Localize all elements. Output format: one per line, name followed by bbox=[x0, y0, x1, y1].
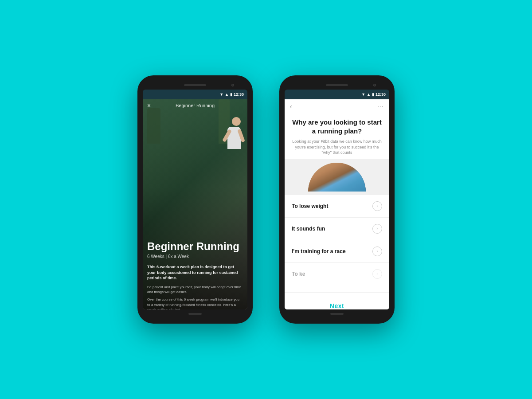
camera-1 bbox=[231, 84, 234, 86]
speaker-2 bbox=[326, 84, 348, 86]
running-detail-1: Be patient and pace yourself, your body … bbox=[147, 285, 243, 294]
status-bar-2: ▼ ▲ ▮ 12:30 bbox=[285, 90, 389, 99]
option-lose-weight-arrow: › bbox=[372, 201, 382, 211]
quiz-question: Why are you looking to start a running p… bbox=[292, 118, 382, 135]
tree-decoration-1 bbox=[147, 108, 160, 144]
home-bar-2 bbox=[330, 313, 344, 315]
close-button[interactable]: × bbox=[147, 102, 151, 109]
screen-1: ▼ ▲ ▮ 12:30 × Begi bbox=[143, 90, 247, 309]
option-sounds-fun-text: It sounds fun bbox=[292, 226, 325, 232]
running-description: This 6-workout a week plan is designed t… bbox=[147, 264, 243, 281]
quiz-image-container bbox=[285, 159, 389, 195]
running-main-title: Beginner Running bbox=[147, 241, 243, 252]
wifi-icon-1: ▼ bbox=[219, 92, 223, 97]
phone-bottom-1 bbox=[143, 309, 247, 318]
shoe-art bbox=[308, 163, 366, 192]
running-detail-2: Over the course of this 6 week program w… bbox=[147, 297, 243, 309]
battery-icon-1: ▮ bbox=[230, 92, 232, 97]
signal-icon-2: ▲ bbox=[367, 92, 371, 97]
screen-2: ▼ ▲ ▮ 12:30 ‹ ··· Why are you looking to… bbox=[285, 90, 389, 309]
option-lose-weight-text: To lose weight bbox=[292, 203, 328, 209]
running-header-title: Beginner Running bbox=[176, 103, 215, 108]
phone-1: ▼ ▲ ▮ 12:30 × Begi bbox=[137, 75, 253, 324]
next-button-container: Next bbox=[285, 292, 389, 309]
time-2: 12:30 bbox=[376, 92, 386, 97]
quiz-nav: ‹ ··· bbox=[285, 99, 389, 113]
running-screen: × Beginner Running Beginner Running 6 We… bbox=[143, 99, 247, 309]
phone-bottom-2 bbox=[285, 309, 389, 318]
runner-torso bbox=[227, 127, 241, 149]
option-training-race[interactable]: I'm training for a race › bbox=[285, 240, 389, 263]
status-icons-2: ▼ ▲ ▮ 12:30 bbox=[361, 92, 386, 97]
quiz-subtitle: Looking at your Fitbit data we can know … bbox=[292, 139, 382, 156]
option-partial[interactable]: To ke › bbox=[285, 263, 389, 285]
signal-icon-1: ▲ bbox=[225, 92, 229, 97]
back-button[interactable]: ‹ bbox=[290, 103, 292, 110]
status-bar-1: ▼ ▲ ▮ 12:30 bbox=[143, 90, 247, 99]
quiz-screen: ‹ ··· Why are you looking to start a run… bbox=[285, 99, 389, 309]
option-training-race-text: I'm training for a race bbox=[292, 248, 346, 254]
wifi-icon-2: ▼ bbox=[361, 92, 365, 97]
more-button[interactable]: ··· bbox=[378, 104, 384, 109]
running-shoes-image bbox=[308, 163, 366, 192]
runner-arm-right bbox=[237, 129, 245, 143]
camera-2 bbox=[373, 84, 376, 86]
running-content: Beginner Running 6 Weeks | 6x a Week Thi… bbox=[143, 236, 247, 309]
option-sounds-fun-arrow: › bbox=[372, 224, 382, 234]
battery-icon-2: ▮ bbox=[372, 92, 374, 97]
phone-top-1 bbox=[143, 81, 247, 90]
time-1: 12:30 bbox=[234, 92, 244, 97]
speaker-1 bbox=[184, 84, 206, 86]
home-bar-1 bbox=[188, 313, 202, 315]
status-icons-1: ▼ ▲ ▮ 12:30 bbox=[219, 92, 244, 97]
option-sounds-fun[interactable]: It sounds fun › bbox=[285, 218, 389, 240]
quiz-question-section: Why are you looking to start a running p… bbox=[285, 113, 389, 159]
option-lose-weight[interactable]: To lose weight › bbox=[285, 195, 389, 218]
phone-2: ▼ ▲ ▮ 12:30 ‹ ··· Why are you looking to… bbox=[279, 75, 395, 324]
option-training-race-arrow: › bbox=[372, 246, 382, 256]
option-partial-arrow: › bbox=[372, 269, 382, 279]
next-button[interactable]: Next bbox=[292, 297, 382, 309]
phone-top-2 bbox=[285, 81, 389, 90]
running-stats: 6 Weeks | 6x a Week bbox=[147, 254, 243, 259]
running-header: × Beginner Running bbox=[143, 99, 247, 112]
runner-head bbox=[232, 117, 241, 126]
option-partial-text: To ke bbox=[292, 271, 305, 277]
runner-silhouette bbox=[227, 117, 241, 149]
quiz-options: To lose weight › It sounds fun › I'm tra… bbox=[285, 195, 389, 292]
